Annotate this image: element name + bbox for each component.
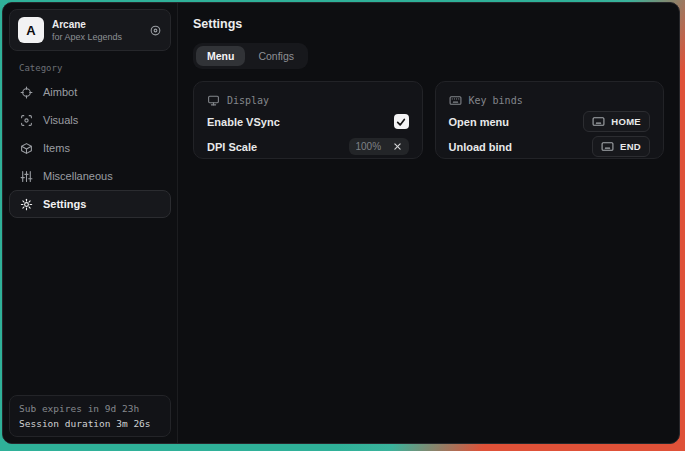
target-icon[interactable] — [149, 24, 162, 37]
sidebar-nav: Aimbot Visuals Items Miscellaneous — [9, 78, 171, 218]
dpi-scale-control — [349, 138, 409, 155]
keyboard-icon — [592, 115, 605, 128]
tab-menu[interactable]: Menu — [196, 46, 245, 66]
keybinds-card: Key binds Open menu HOME Unload bind — [435, 81, 665, 159]
session-info-card: Sub expires in 9d 23h Session duration 3… — [9, 395, 171, 437]
sub-expires-text: Sub expires in 9d 23h — [19, 403, 161, 414]
tab-bar: Menu Configs — [193, 43, 308, 69]
gear-icon — [20, 198, 33, 211]
app-subtitle: for Apex Legends — [52, 32, 122, 42]
category-label: Category — [19, 63, 161, 73]
sidebar-item-items[interactable]: Items — [9, 134, 171, 162]
tab-configs[interactable]: Configs — [247, 46, 305, 66]
vsync-label: Enable VSync — [207, 116, 280, 128]
check-icon — [396, 117, 406, 127]
scan-eye-icon — [20, 114, 33, 127]
app-window: A Arcane for Apex Legends Category Aimbo… — [2, 2, 680, 444]
keybinds-card-header: Key binds — [449, 92, 651, 108]
keybinds-card-title: Key binds — [469, 95, 523, 106]
sidebar-spacer — [9, 218, 171, 395]
dpi-row: DPI Scale — [207, 135, 409, 158]
sidebar-item-label: Items — [43, 142, 70, 154]
display-card: Display Enable VSync DPI Scale — [193, 81, 423, 159]
open-menu-keybind-button[interactable]: HOME — [583, 111, 650, 132]
sidebar-item-aimbot[interactable]: Aimbot — [9, 78, 171, 106]
dpi-scale-input[interactable] — [356, 141, 386, 152]
dpi-label: DPI Scale — [207, 141, 257, 153]
x-icon — [393, 142, 402, 151]
app-title-block: Arcane for Apex Legends — [52, 19, 122, 42]
unload-bind-key: END — [620, 141, 641, 152]
sidebar-item-label: Aimbot — [43, 86, 77, 98]
dpi-clear-button[interactable] — [393, 142, 402, 151]
sidebar-item-label: Settings — [43, 198, 86, 210]
sidebar-item-settings[interactable]: Settings — [9, 190, 171, 218]
sliders-icon — [20, 170, 33, 183]
sidebar: A Arcane for Apex Legends Category Aimbo… — [3, 3, 178, 443]
monitor-icon — [207, 94, 220, 107]
open-menu-key: HOME — [611, 116, 641, 127]
sidebar-item-label: Miscellaneous — [43, 170, 113, 182]
session-duration-text: Session duration 3m 26s — [19, 418, 161, 429]
page-title: Settings — [193, 17, 664, 31]
keyboard-icon — [449, 94, 462, 107]
keyboard-icon — [601, 140, 614, 153]
sidebar-item-label: Visuals — [43, 114, 78, 126]
app-title: Arcane — [52, 19, 122, 30]
app-logo: A — [18, 17, 44, 43]
unload-bind-row: Unload bind END — [449, 135, 651, 158]
sidebar-item-miscellaneous[interactable]: Miscellaneous — [9, 162, 171, 190]
sidebar-item-visuals[interactable]: Visuals — [9, 106, 171, 134]
main-content: Settings Menu Configs Display Enable VSy… — [178, 3, 679, 443]
package-icon — [20, 142, 33, 155]
vsync-checkbox[interactable] — [394, 114, 409, 129]
unload-keybind-button[interactable]: END — [592, 136, 650, 157]
display-card-title: Display — [227, 95, 269, 106]
app-logo-card: A Arcane for Apex Legends — [9, 9, 171, 51]
unload-bind-label: Unload bind — [449, 141, 513, 153]
settings-cards: Display Enable VSync DPI Scale — [193, 81, 664, 159]
crosshair-icon — [20, 86, 33, 99]
display-card-header: Display — [207, 92, 409, 108]
vsync-row: Enable VSync — [207, 110, 409, 133]
open-menu-row: Open menu HOME — [449, 110, 651, 133]
open-menu-label: Open menu — [449, 116, 510, 128]
